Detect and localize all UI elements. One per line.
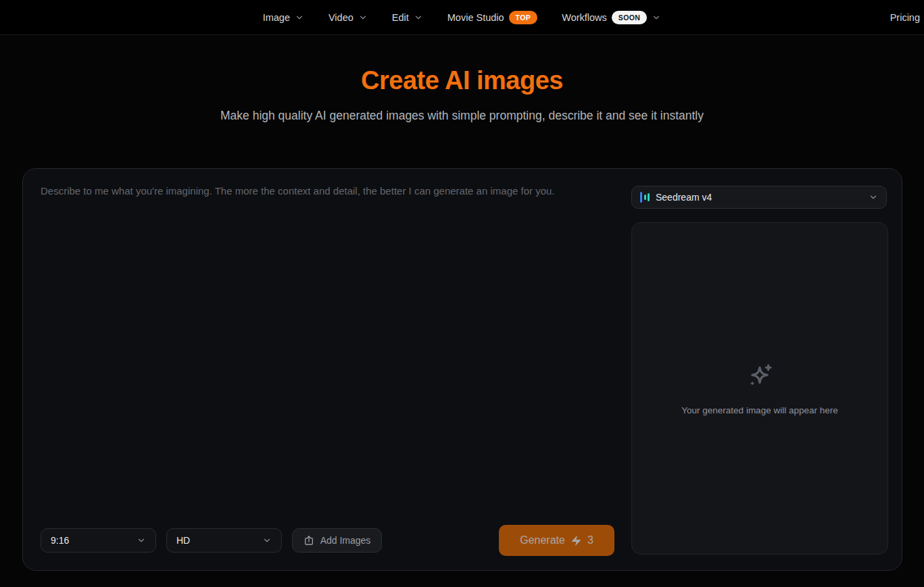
aspect-ratio-select[interactable]: 9:16 [41, 528, 156, 553]
nav-item-workflows[interactable]: Workflows SOON [562, 11, 661, 24]
quality-select[interactable]: HD [166, 528, 282, 553]
nav-item-movie-studio[interactable]: Movie Studio TOP [447, 11, 537, 24]
soon-badge: SOON [612, 11, 648, 24]
generate-credits: 3 [587, 534, 593, 546]
chevron-down-icon [358, 13, 368, 22]
nav-item-label: Pricing [890, 12, 920, 23]
upload-icon [303, 535, 314, 546]
chevron-down-icon [869, 193, 878, 202]
quality-value: HD [176, 535, 262, 546]
add-images-label: Add Images [320, 535, 371, 546]
generate-button[interactable]: Generate 3 [499, 525, 614, 556]
model-bars-icon [640, 191, 650, 203]
sparkle-icon [744, 362, 775, 393]
nav-item-label: Movie Studio [447, 12, 504, 23]
model-select[interactable]: Seedream v4 [631, 186, 887, 209]
composer-card: Seedream v4 Your generated image will ap… [22, 168, 902, 571]
generate-label: Generate [520, 534, 565, 546]
model-select-value: Seedream v4 [656, 192, 862, 203]
chevron-down-icon [414, 13, 423, 22]
nav-item-edit[interactable]: Edit [392, 12, 423, 23]
top-nav: Image Video Edit Movie Studio TOP Workfl… [0, 0, 924, 35]
preview-empty-message: Your generated image will appear here [681, 405, 837, 415]
nav-item-label: Image [263, 12, 290, 23]
chevron-down-icon [295, 13, 304, 22]
nav-item-label: Edit [392, 12, 409, 23]
prompt-input[interactable] [41, 185, 612, 516]
nav-item-pricing[interactable]: Pricing [890, 0, 920, 35]
aspect-ratio-value: 9:16 [51, 535, 137, 546]
nav-item-video[interactable]: Video [329, 12, 368, 23]
nav-item-image[interactable]: Image [263, 12, 304, 23]
add-images-button[interactable]: Add Images [292, 528, 382, 553]
top-badge: TOP [509, 11, 538, 24]
page: Image Video Edit Movie Studio TOP Workfl… [0, 0, 924, 587]
nav-item-label: Video [329, 12, 354, 23]
chevron-down-icon [262, 536, 272, 545]
hero-section: Create AI images Make high quality AI ge… [0, 66, 924, 123]
lightning-bolt-icon [570, 535, 582, 546]
page-title: Create AI images [0, 66, 924, 95]
nav-item-label: Workflows [562, 12, 607, 23]
image-preview-panel: Your generated image will appear here [631, 222, 888, 555]
chevron-down-icon [137, 536, 146, 545]
page-subtitle: Make high quality AI generated images wi… [0, 109, 924, 123]
chevron-down-icon [652, 13, 661, 22]
